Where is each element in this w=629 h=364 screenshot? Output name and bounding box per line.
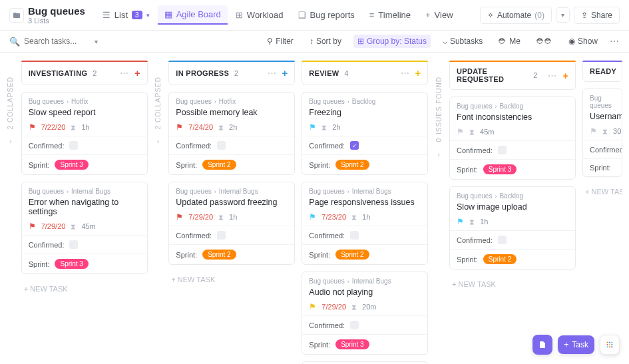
due-date[interactable]: 7/23/20 bbox=[321, 213, 346, 221]
chevron-right-icon[interactable]: › bbox=[437, 150, 440, 158]
duration: 2h bbox=[229, 123, 237, 131]
priority-flag-icon[interactable]: ⚑ bbox=[176, 212, 183, 222]
column-more-icon[interactable]: ⋯ bbox=[548, 71, 557, 81]
column-more-icon[interactable]: ⋯ bbox=[268, 68, 277, 78]
subtasks-button[interactable]: ⌵Subtasks bbox=[439, 35, 487, 48]
group-button[interactable]: ⊞Group by: Status bbox=[353, 35, 431, 48]
task-card[interactable]: Bug queues›Internal Bugs Audio not playi… bbox=[302, 272, 428, 355]
column-header[interactable]: IN PROGRESS 2 ⋯ + bbox=[168, 61, 295, 85]
column-add-icon[interactable]: + bbox=[134, 67, 140, 79]
due-date[interactable]: 7/22/20 bbox=[41, 123, 66, 131]
new-task-button[interactable]: + NEW TASK bbox=[449, 276, 576, 292]
priority-flag-icon[interactable]: ⚑ bbox=[457, 127, 464, 136]
confirmed-checkbox[interactable]: ✓ bbox=[350, 141, 359, 150]
priority-flag-icon[interactable]: ⚑ bbox=[176, 122, 183, 132]
search-input[interactable] bbox=[24, 37, 91, 46]
confirmed-checkbox[interactable] bbox=[69, 240, 78, 249]
view-tab-agile-board[interactable]: ▦Agile Board bbox=[158, 5, 228, 25]
column-header[interactable]: INVESTIGATING 2 ⋯ + bbox=[21, 61, 148, 85]
sprint-pill[interactable]: Sprint 3 bbox=[335, 339, 369, 349]
priority-flag-icon[interactable]: ⚑ bbox=[29, 222, 36, 231]
sprint-pill[interactable]: Sprint 3 bbox=[55, 259, 88, 269]
confirmed-checkbox[interactable] bbox=[350, 321, 359, 329]
automate-button[interactable]: ✧ Automate (0) bbox=[480, 7, 552, 24]
sprint-pill[interactable]: Sprint 3 bbox=[483, 164, 517, 174]
due-date[interactable]: 7/29/20 bbox=[188, 213, 213, 221]
column-count: 4 bbox=[345, 69, 349, 77]
chevron-right-icon[interactable]: › bbox=[157, 137, 160, 145]
view-tab-bug-reports[interactable]: ❏Bug reports bbox=[292, 6, 361, 24]
column-header[interactable]: UPDATE REQUESTED 2 ⋯ + bbox=[449, 61, 576, 90]
column-name: REVIEW bbox=[309, 69, 339, 77]
confirmed-row: Confirmed: bbox=[450, 230, 575, 249]
priority-flag-icon[interactable]: ⚑ bbox=[309, 122, 316, 132]
column-add-icon[interactable]: + bbox=[562, 70, 568, 81]
due-date[interactable]: 7/29/20 bbox=[41, 222, 66, 230]
sprint-pill[interactable]: Sprint 3 bbox=[55, 160, 88, 170]
collapsed-group[interactable]: ISSUES FOUND0› bbox=[435, 61, 443, 364]
column-add-icon[interactable]: + bbox=[415, 67, 421, 79]
task-card[interactable]: Bug queues›Hotfix Possible memory leak ⚑… bbox=[168, 92, 295, 175]
sort-button[interactable]: ↕Sort by bbox=[306, 35, 345, 48]
confirmed-checkbox[interactable] bbox=[217, 141, 226, 150]
view-tab-view[interactable]: +View bbox=[419, 6, 460, 24]
search-chevron-icon[interactable]: ▾ bbox=[95, 38, 98, 45]
task-card[interactable]: Bug queues›Internal Bugs Page responsive… bbox=[302, 182, 428, 265]
confirmed-checkbox[interactable] bbox=[217, 231, 226, 240]
chevron-right-icon[interactable]: › bbox=[9, 137, 12, 145]
task-card[interactable]: Bug queues›Internal Bugs Error when navi… bbox=[21, 182, 148, 274]
show-button[interactable]: ◉Show bbox=[564, 35, 602, 48]
assignees-button[interactable]: ⛑⛑ bbox=[532, 35, 556, 48]
task-card[interactable]: Bug queues›Backlog Slow image upload ⚑ ⧗… bbox=[449, 186, 576, 270]
column-header[interactable]: READY bbox=[582, 61, 622, 82]
sprint-pill[interactable]: Sprint 2 bbox=[483, 254, 517, 264]
new-task-button[interactable]: + NEW TASK bbox=[168, 272, 295, 287]
sprint-pill[interactable]: Sprint 2 bbox=[335, 160, 369, 170]
column-add-icon[interactable]: + bbox=[282, 67, 288, 79]
collapsed-group[interactable]: 2 COLLAPSED› bbox=[7, 61, 15, 364]
sprint-pill[interactable]: Sprint 2 bbox=[202, 250, 236, 260]
fab-apps-button[interactable] bbox=[600, 335, 620, 355]
confirmed-checkbox[interactable] bbox=[350, 231, 359, 240]
priority-flag-icon[interactable]: ⚑ bbox=[309, 212, 316, 222]
confirmed-checkbox[interactable] bbox=[69, 141, 78, 150]
priority-flag-icon[interactable]: ⚑ bbox=[590, 126, 597, 136]
collapsed-group[interactable]: 2 COLLAPSED› bbox=[154, 61, 162, 364]
due-date[interactable]: 7/24/20 bbox=[188, 123, 213, 131]
task-card[interactable]: Bug queues›Backlog Font inconsistencies … bbox=[449, 96, 576, 180]
sprint-pill[interactable]: Sprint 2 bbox=[202, 160, 236, 170]
task-card[interactable]: Bug queues›Hotfix Slow speed report ⚑ 7/… bbox=[21, 92, 148, 175]
me-button[interactable]: ⛑Me bbox=[495, 35, 524, 48]
task-title: Font inconsistencies bbox=[457, 112, 568, 122]
confirmed-checkbox[interactable] bbox=[498, 146, 507, 154]
new-task-button[interactable]: + NEW TASK bbox=[21, 281, 148, 297]
task-card[interactable]: Bug queues›Internal Bugs Updated passwor… bbox=[168, 182, 295, 265]
due-date[interactable]: 7/29/20 bbox=[321, 303, 346, 311]
view-tab-workload[interactable]: ⊞Workload bbox=[229, 6, 290, 24]
view-tab-timeline[interactable]: ≡Timeline bbox=[363, 6, 417, 24]
folder-icon[interactable] bbox=[9, 8, 24, 23]
priority-flag-icon[interactable]: ⚑ bbox=[457, 217, 464, 226]
new-task-button[interactable]: + NEW TASK bbox=[582, 184, 622, 200]
view-tab-list[interactable]: ☰List3▾ bbox=[96, 6, 156, 24]
fab-task-button[interactable]: +Task bbox=[558, 335, 594, 354]
column-more-icon[interactable]: ⋯ bbox=[120, 68, 129, 78]
task-card[interactable]: Bug queues›Backlog Freezing ⚑ ⧗ 2h Confi… bbox=[302, 92, 428, 175]
task-card[interactable]: Bug queues›Hotfix Cannot log in ⚑ 7/24/2… bbox=[302, 361, 428, 364]
task-card[interactable]: Bug queues Usernam ⚑ ⧗ 30 Confirmed: Spr… bbox=[582, 89, 622, 177]
column-header[interactable]: REVIEW 4 ⋯ + bbox=[302, 61, 428, 85]
task-title: Error when navigating to settings bbox=[29, 198, 140, 216]
timeline-icon: ≡ bbox=[369, 10, 375, 20]
toolbar-more-icon[interactable]: ⋯ bbox=[610, 36, 620, 47]
column-more-icon[interactable]: ⋯ bbox=[401, 68, 410, 78]
share-button[interactable]: ⇪ Share bbox=[574, 7, 620, 24]
chevron-down-icon[interactable]: ▾ bbox=[146, 12, 150, 19]
priority-flag-icon[interactable]: ⚑ bbox=[29, 122, 36, 132]
priority-flag-icon[interactable]: ⚑ bbox=[309, 302, 316, 311]
automate-chevron[interactable]: ▾ bbox=[556, 7, 570, 23]
filter-button[interactable]: ⚲Filter bbox=[263, 35, 298, 48]
breadcrumb: Bug queues›Backlog bbox=[457, 102, 568, 110]
fab-note-button[interactable] bbox=[532, 335, 552, 355]
confirmed-checkbox[interactable] bbox=[498, 236, 507, 244]
sprint-pill[interactable]: Sprint 2 bbox=[335, 250, 369, 260]
